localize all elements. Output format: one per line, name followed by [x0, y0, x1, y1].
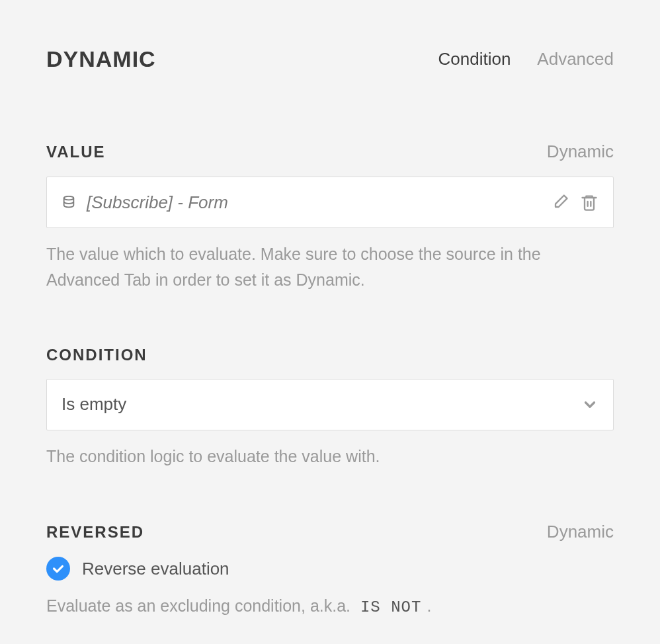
header: DYNAMIC Condition Advanced	[46, 46, 614, 72]
value-input-text: [Subscribe] - Form	[87, 192, 540, 213]
reversed-dynamic-badge: Dynamic	[547, 522, 614, 542]
section-reversed: REVERSED Dynamic Reverse evaluation Eval…	[46, 522, 614, 620]
trash-icon[interactable]	[580, 193, 598, 212]
svg-point-0	[64, 196, 74, 200]
reversed-help-text: Evaluate as an excluding condition, a.k.…	[46, 594, 614, 620]
condition-selected-value: Is empty	[62, 394, 126, 415]
value-dynamic-badge: Dynamic	[547, 141, 614, 162]
value-help-text: The value which to evaluate. Make sure t…	[46, 241, 614, 293]
tab-advanced[interactable]: Advanced	[537, 49, 614, 69]
reversed-checkbox[interactable]	[46, 557, 70, 581]
reversed-help-code: IS NOT	[355, 597, 427, 618]
header-tabs: Condition Advanced	[438, 49, 614, 69]
panel-title: DYNAMIC	[46, 46, 156, 72]
section-condition-header: CONDITION	[46, 346, 614, 364]
database-icon	[62, 195, 76, 210]
condition-label: CONDITION	[46, 346, 147, 364]
reversed-checkbox-row: Reverse evaluation	[46, 557, 614, 581]
chevron-down-icon	[581, 396, 598, 413]
condition-help-text: The condition logic to evaluate the valu…	[46, 444, 614, 469]
section-value-header: VALUE Dynamic	[46, 141, 614, 162]
condition-select[interactable]: Is empty	[46, 379, 614, 430]
reversed-help-suffix: .	[427, 596, 431, 615]
value-input[interactable]: [Subscribe] - Form	[46, 177, 614, 228]
reversed-checkbox-label: Reverse evaluation	[82, 559, 229, 579]
value-label: VALUE	[46, 143, 106, 161]
section-reversed-header: REVERSED Dynamic	[46, 522, 614, 542]
reversed-label: REVERSED	[46, 523, 144, 542]
reversed-help-prefix: Evaluate as an excluding condition, a.k.…	[46, 596, 355, 615]
settings-panel: DYNAMIC Condition Advanced VALUE Dynamic…	[0, 0, 660, 620]
section-condition: CONDITION Is empty The condition logic t…	[46, 346, 614, 469]
tab-condition[interactable]: Condition	[438, 49, 511, 69]
edit-icon[interactable]	[551, 193, 569, 212]
section-value: VALUE Dynamic [Subscribe] - Form	[46, 141, 614, 293]
